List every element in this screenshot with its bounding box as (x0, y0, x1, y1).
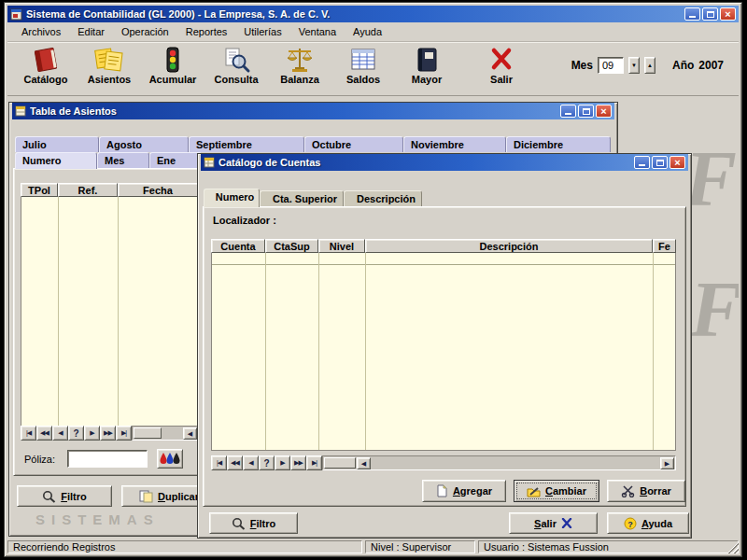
toolbar-button-balanza[interactable]: Balanza (271, 45, 329, 93)
nav-last-button[interactable]: ▶| (306, 455, 322, 470)
toolbar-button-acumular[interactable]: Acumular (144, 45, 202, 93)
nav-first-button[interactable]: |◀ (21, 426, 36, 441)
asientos-close-button[interactable]: × (596, 105, 612, 118)
nav-last-button[interactable]: ▶| (116, 426, 132, 441)
catalogo-titlebar: Catálogo de Cuentas × (201, 154, 688, 171)
help-icon: ? (624, 517, 637, 530)
toolbar-button-catalogo[interactable]: Catálogo (17, 45, 75, 93)
catalogo-record-navigator: |◀ ◀◀ ◀ ? ▶ ▶▶ ▶| ◀ ▶ (211, 455, 676, 470)
borrar-button[interactable]: Borrar (607, 480, 685, 502)
asientos-h-scrollbar[interactable]: ◀ (132, 426, 199, 441)
column-header-tpol[interactable]: TPol (21, 183, 58, 197)
notes-icon (93, 45, 125, 74)
cambiar-button[interactable]: Cambiar (514, 480, 599, 502)
toolbar-button-saldos[interactable]: Saldos (334, 45, 392, 93)
status-message: Recorriendo Registros (7, 540, 362, 553)
maximize-icon (583, 108, 590, 115)
toolbar-button-mayor[interactable]: Mayor (398, 45, 456, 93)
mes-up-button[interactable]: ▲ (644, 57, 655, 74)
catalogo-maximize-button[interactable] (652, 156, 668, 169)
tab-octubre[interactable]: Octubre (304, 136, 403, 152)
asientos-filtro-button[interactable]: Filtro (17, 485, 112, 507)
column-header-fecha[interactable]: Fecha (118, 183, 198, 197)
menu-ventana[interactable]: Ventana (290, 23, 345, 40)
catalogo-filtro-button[interactable]: Filtro (209, 512, 298, 534)
agregar-button[interactable]: Agregar (422, 480, 506, 502)
scrollbar-thumb[interactable] (134, 427, 162, 439)
column-header-ref[interactable]: Ref. (58, 183, 118, 197)
filter-magnifier-icon (232, 517, 246, 530)
catalogo-cuentas-window: Catálogo de Cuentas × Numero Cta. Superi… (197, 153, 692, 539)
status-bar: Recorriendo Registros Nivel : Supervisor… (7, 539, 739, 553)
toolbar-button-consulta[interactable]: Consulta (207, 45, 265, 93)
asientos-maximize-button[interactable] (578, 105, 594, 118)
subtab-numero[interactable]: Numero (15, 152, 97, 169)
scroll-right-button[interactable]: ▶ (660, 457, 674, 469)
catalogo-tab-cta-superior[interactable]: Cta. Superior (260, 190, 344, 207)
maximize-button[interactable] (702, 7, 718, 21)
ayuda-button[interactable]: ? Ayuda (607, 512, 689, 534)
maximize-icon (656, 160, 664, 166)
filter-magnifier-icon (42, 490, 56, 503)
tab-noviembre[interactable]: Noviembre (403, 136, 506, 152)
poliza-input[interactable] (67, 450, 148, 468)
catalogo-salir-button[interactable]: Salir (509, 512, 598, 534)
subtab-enero[interactable]: Ene (149, 152, 202, 169)
toolbar-button-asientos[interactable]: Asientos (80, 45, 138, 93)
ink-drops-button[interactable] (157, 449, 183, 469)
menu-reportes[interactable]: Reportes (177, 23, 236, 40)
column-header-ctasup[interactable]: CtaSup (265, 239, 318, 253)
tab-agosto[interactable]: Agosto (99, 136, 189, 152)
column-header-cuenta[interactable]: Cuenta (211, 239, 265, 253)
scissors-icon (621, 484, 635, 497)
scroll-left-button[interactable]: ◀ (357, 457, 371, 469)
exit-x-icon (561, 518, 572, 528)
menu-utilerias[interactable]: Utilerías (235, 23, 289, 40)
maximize-icon (707, 11, 714, 18)
column-header-fecha[interactable]: Fe (653, 239, 676, 253)
mes-input[interactable]: 09 (598, 57, 624, 74)
tab-septiembre[interactable]: Septiembre (189, 136, 304, 152)
nav-fast-prev-button[interactable]: ◀◀ (36, 426, 52, 441)
nav-search-button[interactable]: ? (259, 455, 275, 470)
nav-fast-prev-button[interactable]: ◀◀ (227, 455, 243, 470)
menu-operacion[interactable]: Operación (113, 23, 177, 40)
nav-first-button[interactable]: |◀ (211, 455, 227, 470)
catalogo-close-button[interactable]: × (669, 156, 685, 169)
catalogo-minimize-button[interactable] (634, 156, 650, 169)
resize-grip[interactable] (726, 541, 739, 553)
nav-search-button[interactable]: ? (68, 426, 84, 441)
asientos-minimize-button[interactable] (560, 105, 576, 118)
catalogo-tab-descripcion[interactable]: Descripción (344, 190, 422, 207)
close-button[interactable]: × (720, 7, 736, 21)
exit-x-icon (486, 45, 517, 74)
grid-row[interactable] (212, 253, 675, 265)
menu-editar[interactable]: Editar (69, 23, 113, 40)
toolbar: Catálogo Asientos Acumular Consulta Bala… (7, 42, 739, 96)
mes-down-button[interactable]: ▼ (628, 57, 640, 74)
menu-ayuda[interactable]: Ayuda (345, 23, 390, 40)
subtab-mes[interactable]: Mes (97, 152, 149, 169)
tab-diciembre[interactable]: Diciembre (506, 136, 611, 152)
nav-next-button[interactable]: ▶ (275, 455, 290, 470)
minimize-icon (689, 16, 696, 18)
toolbar-button-salir[interactable]: Salir (472, 45, 530, 93)
grid-column-line (118, 197, 119, 435)
tab-julio[interactable]: Julio (15, 136, 99, 152)
catalogo-h-scrollbar[interactable]: ◀ ▶ (322, 455, 676, 470)
catalogo-tab-numero[interactable]: Numero (204, 189, 260, 207)
nav-prev-button[interactable]: ◀ (243, 455, 259, 470)
scroll-left-button[interactable]: ◀ (183, 427, 197, 440)
nav-fast-next-button[interactable]: ▶▶ (290, 455, 306, 470)
minimize-button[interactable] (684, 7, 700, 21)
column-header-descripcion[interactable]: Descripción (365, 239, 653, 253)
scrollbar-thumb[interactable] (324, 457, 356, 469)
column-header-nivel[interactable]: Nivel (318, 239, 365, 253)
menu-archivos[interactable]: Archivos (13, 23, 69, 40)
nav-fast-next-button[interactable]: ▶▶ (100, 426, 116, 441)
catalogo-grid: Cuenta CtaSup Nivel Descripción Fe (211, 239, 676, 451)
minimize-icon (565, 113, 571, 115)
nav-next-button[interactable]: ▶ (84, 426, 100, 441)
nav-prev-button[interactable]: ◀ (52, 426, 68, 441)
catalogo-grid-body[interactable] (211, 253, 676, 451)
